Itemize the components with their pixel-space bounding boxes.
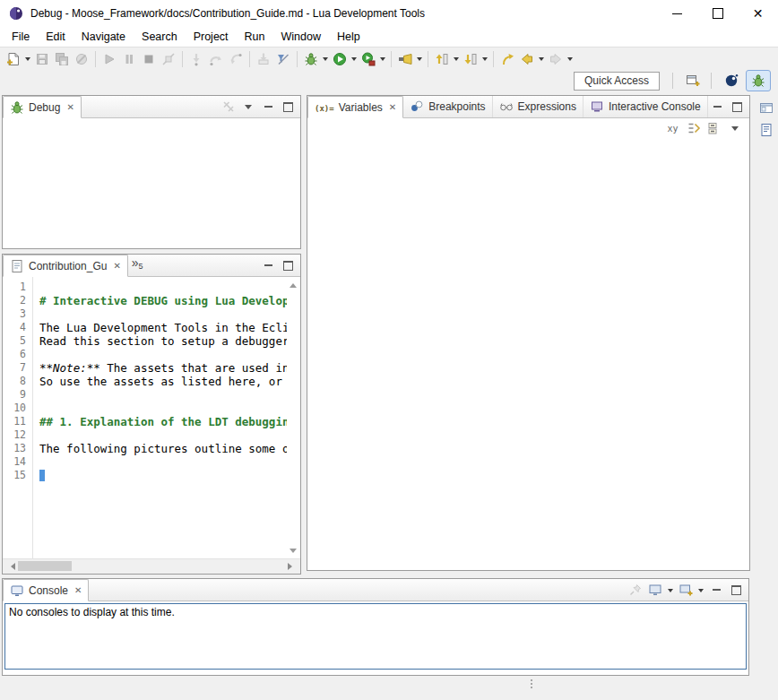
- code-area[interactable]: # Interactive DEBUG using Lua DevelopThe…: [34, 277, 287, 559]
- run-button[interactable]: [330, 49, 350, 69]
- forward-button[interactable]: [546, 49, 566, 69]
- resize-grip[interactable]: [531, 679, 532, 688]
- previous-annotation-dropdown-arrow[interactable]: [452, 49, 461, 69]
- next-annotation-dropdown-arrow[interactable]: [480, 49, 489, 69]
- open-console-dropdown-arrow[interactable]: [696, 580, 705, 600]
- remove-all-terminated-button[interactable]: [220, 98, 238, 116]
- step-over-button[interactable]: [206, 49, 226, 69]
- menu-run[interactable]: Run: [237, 28, 273, 46]
- suspend-button[interactable]: [119, 49, 139, 69]
- menu-navigate[interactable]: Navigate: [73, 28, 134, 46]
- editor-line: The following pictures outline some o: [34, 442, 287, 455]
- open-perspective-button[interactable]: [680, 70, 705, 91]
- editor-line: The Lua Development Tools in the Ecli: [34, 321, 287, 334]
- pin-console-button[interactable]: [627, 581, 644, 599]
- new-dropdown-arrow[interactable]: [23, 49, 32, 69]
- previous-annotation-button[interactable]: [432, 49, 452, 69]
- editor-line: [34, 428, 287, 442]
- maximize-window-button[interactable]: [697, 0, 738, 27]
- menu-file[interactable]: File: [4, 28, 38, 46]
- console-maximize-button[interactable]: [727, 581, 745, 599]
- scroll-down-icon[interactable]: [290, 549, 297, 557]
- display-selected-console-button[interactable]: [646, 581, 664, 599]
- toolbar-separator: [493, 51, 494, 67]
- step-return-button[interactable]: [226, 49, 246, 69]
- debug-minimize-button[interactable]: [259, 98, 277, 116]
- save-button[interactable]: [32, 49, 52, 69]
- tab-interactive-console[interactable]: Interactive Console: [584, 96, 708, 117]
- lua-perspective-button[interactable]: [719, 70, 744, 91]
- save-all-button[interactable]: [52, 49, 72, 69]
- quick-access-box[interactable]: Quick Access: [574, 72, 660, 91]
- tab-debug[interactable]: Debug ✕: [3, 96, 82, 118]
- hidden-editors-indicator[interactable]: » 5: [128, 255, 149, 276]
- horizontal-scrollbar[interactable]: [3, 558, 300, 574]
- terminate-button[interactable]: [139, 49, 159, 69]
- scroll-right-icon[interactable]: [288, 563, 296, 570]
- back-button[interactable]: [517, 49, 537, 69]
- debug-view-menu-button[interactable]: [239, 98, 257, 116]
- minimize-window-button[interactable]: [657, 0, 697, 27]
- close-window-button[interactable]: ✕: [738, 0, 778, 27]
- tab-variables[interactable]: (x)=Variables✕: [307, 96, 403, 118]
- console-minimize-button[interactable]: [707, 581, 725, 599]
- tab-contribution-guide[interactable]: Contribution_Gu ✕: [3, 255, 128, 277]
- restore-outline-view-button[interactable]: [756, 120, 776, 140]
- vertical-scrollbar[interactable]: [287, 277, 300, 559]
- debug-maximize-button[interactable]: [279, 98, 297, 116]
- menu-help[interactable]: Help: [329, 28, 368, 46]
- back-dropdown-arrow[interactable]: [537, 49, 546, 69]
- editor-minimize-button[interactable]: [259, 256, 277, 274]
- menu-edit[interactable]: Edit: [38, 28, 73, 46]
- new-button[interactable]: [4, 49, 23, 69]
- collapse-all-button[interactable]: [705, 119, 723, 137]
- debug-button[interactable]: [301, 49, 321, 69]
- resume-button[interactable]: [99, 49, 119, 69]
- remove-terminated-icon: [221, 99, 236, 114]
- menu-window[interactable]: Window: [273, 28, 329, 46]
- tab-console[interactable]: Console ✕: [3, 579, 89, 601]
- use-step-filters-button[interactable]: [273, 49, 293, 69]
- next-annotation-button[interactable]: [461, 49, 480, 69]
- skip-all-breakpoints-button[interactable]: [72, 49, 91, 69]
- right-view-tabs: (x)=Variables✕BreakpointsExpressionsInte…: [307, 96, 749, 118]
- open-console-button[interactable]: [677, 581, 695, 599]
- external-tools-button[interactable]: [359, 49, 378, 69]
- console-icon: [10, 583, 24, 598]
- scrollbar-thumb[interactable]: [18, 561, 72, 571]
- variables-minimize-button[interactable]: [708, 98, 726, 116]
- console-text-viewer[interactable]: No consoles to display at this time.: [4, 603, 747, 670]
- variables-view-menu-button[interactable]: [726, 119, 744, 137]
- tab-close-icon[interactable]: ✕: [66, 102, 73, 112]
- search-dropdown-arrow[interactable]: [415, 49, 424, 69]
- tab-close-icon[interactable]: ✕: [74, 585, 82, 595]
- show-logical-structures-button[interactable]: [685, 119, 703, 137]
- scroll-left-icon[interactable]: [7, 563, 15, 570]
- tab-close-icon[interactable]: ✕: [389, 102, 396, 112]
- editor-body[interactable]: 123456789101112131415 # Interactive DEBU…: [3, 277, 300, 574]
- menu-project[interactable]: Project: [186, 28, 237, 46]
- tab-close-icon[interactable]: ✕: [113, 261, 120, 271]
- search-button[interactable]: [395, 49, 415, 69]
- debug-dropdown-arrow[interactable]: [321, 49, 330, 69]
- run-dropdown-arrow[interactable]: [350, 49, 359, 69]
- display-console-dropdown-arrow[interactable]: [666, 580, 675, 600]
- step-into-button[interactable]: [186, 49, 206, 69]
- restore-minimized-view-button[interactable]: [756, 99, 776, 118]
- external-tools-dropdown-arrow[interactable]: [378, 49, 387, 69]
- scroll-up-icon[interactable]: [290, 280, 297, 288]
- debug-perspective-button[interactable]: [746, 70, 771, 91]
- menu-search[interactable]: Search: [134, 28, 186, 46]
- drop-to-frame-button[interactable]: [254, 49, 273, 69]
- debug-view-panel: Debug ✕: [2, 95, 301, 249]
- tab-expressions[interactable]: Expressions: [493, 96, 584, 117]
- variables-maximize-button[interactable]: [728, 98, 746, 116]
- forward-dropdown-arrow[interactable]: [566, 49, 575, 69]
- editor-maximize-button[interactable]: [279, 256, 297, 274]
- minimize-icon: [713, 589, 721, 591]
- disconnect-button[interactable]: [159, 49, 178, 69]
- view-menu-icon: [731, 126, 739, 134]
- last-edit-location-button[interactable]: [497, 49, 517, 69]
- show-type-names-button[interactable]: xy: [664, 119, 682, 137]
- tab-breakpoints[interactable]: Breakpoints: [403, 96, 492, 117]
